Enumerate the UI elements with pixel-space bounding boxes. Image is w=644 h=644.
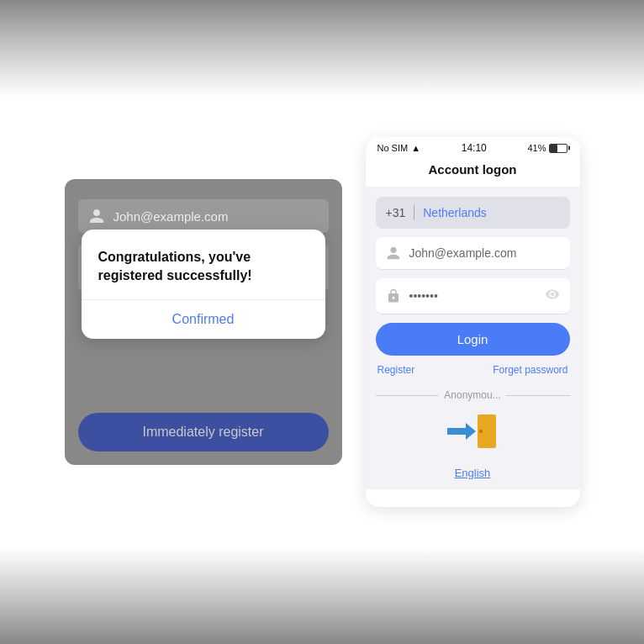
login-button[interactable]: Login [376,323,570,356]
left-screen: John@example.com kFmK k F m K Congratula… [65,179,342,465]
separator-row: Anonymou... [376,389,570,401]
battery-bar [549,144,567,153]
battery-fill [550,145,557,152]
time-text: 14:10 [462,142,487,154]
anonymous-text: Anonymou... [444,389,500,401]
eye-icon[interactable] [545,287,560,305]
email-value: John@example.com [113,209,229,224]
door-icon [447,411,498,460]
confirm-button[interactable]: Confirmed [82,300,325,339]
dialog-title: Congratulations, you've registered succe… [98,248,309,286]
sep-line-right [506,395,570,396]
password-value: ••••••• [409,289,545,303]
svg-point-2 [479,430,483,433]
right-screen: No SIM ▲ 14:10 41% Account logon +31 Net… [366,137,580,507]
wifi-icon: ▲ [411,143,420,153]
country-code: +31 [386,206,406,219]
screen-title: Account logon [366,159,580,187]
email-row: John@example.com [78,199,329,233]
email-input-row[interactable]: John@example.com [376,237,570,270]
dialog-overlay: Congratulations, you've registered succe… [65,230,342,339]
email-input-value: John@example.com [409,246,560,260]
links-row: Register Forget password [376,364,570,376]
status-right: 41% [527,143,567,153]
password-input-row[interactable]: ••••••• [376,278,570,314]
dialog-body: Congratulations, you've registered succe… [82,230,325,300]
register-link[interactable]: Register [377,364,415,376]
person-icon-right [386,245,401,261]
status-bar: No SIM ▲ 14:10 41% [366,137,580,159]
country-row[interactable]: +31 Netherlands [376,197,570,229]
lock-icon [386,288,401,304]
battery-percent: 41% [527,143,546,153]
svg-marker-0 [447,423,476,440]
carrier-text: No SIM [377,143,409,153]
screens-container: John@example.com kFmK k F m K Congratula… [65,137,580,507]
status-left: No SIM ▲ [377,143,421,153]
door-icon-container[interactable] [376,411,570,460]
forgot-link[interactable]: Forget password [493,364,567,376]
country-name: Netherlands [423,206,487,219]
success-dialog: Congratulations, you've registered succe… [82,230,325,339]
sep-line-left [376,395,440,396]
person-icon [88,208,105,224]
english-link[interactable]: English [376,467,570,479]
screen-body: +31 Netherlands John@example.com ••••••• [366,187,580,489]
divider [414,205,414,220]
register-button[interactable]: Immediately register [78,413,329,451]
